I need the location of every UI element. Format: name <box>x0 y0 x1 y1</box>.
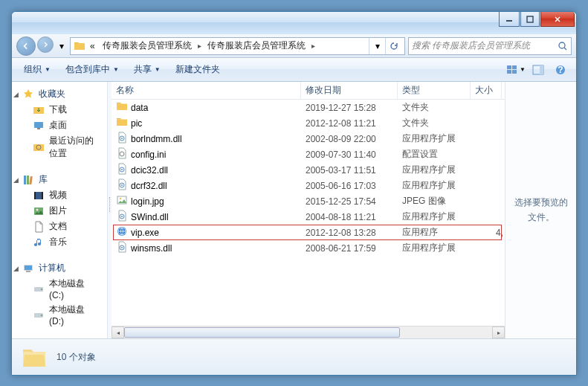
file-name: pic <box>131 118 142 129</box>
file-icon <box>116 163 128 177</box>
nav-favorites[interactable]: ◢收藏夹 <box>12 86 107 102</box>
minimize-button[interactable] <box>499 12 520 27</box>
file-icon <box>116 241 128 255</box>
file-icon <box>116 132 128 146</box>
file-type: 配置设置 <box>401 148 474 161</box>
chevron-right-icon[interactable]: ▸ <box>196 42 203 50</box>
download-icon <box>33 104 45 116</box>
file-icon <box>116 225 128 239</box>
nav-computer[interactable]: ◢计算机 <box>12 260 107 276</box>
col-name[interactable]: 名称 <box>112 82 301 99</box>
nav-pictures[interactable]: 图片 <box>12 203 107 219</box>
svg-rect-19 <box>42 192 43 199</box>
preview-pane: 选择要预览的文件。 <box>505 82 576 338</box>
search-icon <box>558 41 568 51</box>
table-row[interactable]: data2019-12-27 15:28文件夹 <box>112 100 505 115</box>
table-row[interactable]: winsms.dll2008-06-21 17:59应用程序扩展 <box>112 240 505 256</box>
scroll-left-button[interactable]: ◂ <box>112 327 124 338</box>
chevron-right-icon[interactable]: ▸ <box>310 42 317 50</box>
help-button[interactable]: ? <box>551 62 570 78</box>
include-button[interactable]: 包含到库中▼ <box>59 60 125 79</box>
svg-point-42 <box>121 247 123 248</box>
file-name: data <box>131 103 148 113</box>
table-row[interactable]: config.ini2009-07-30 11:40配置设置 <box>112 147 505 162</box>
file-type: 文件夹 <box>401 117 474 129</box>
file-name: login.jpg <box>131 196 164 207</box>
refresh-button[interactable] <box>385 38 401 54</box>
file-date: 2019-12-27 15:28 <box>304 103 401 113</box>
svg-rect-0 <box>506 20 512 22</box>
file-name: winsms.dll <box>131 243 172 254</box>
svg-rect-8 <box>540 65 543 74</box>
svg-point-33 <box>121 169 123 170</box>
folder-icon <box>21 344 48 370</box>
forward-button[interactable] <box>37 36 54 53</box>
nav-desktop[interactable]: 桌面 <box>12 118 107 133</box>
svg-rect-18 <box>34 192 36 199</box>
organize-button[interactable]: 组织▼ <box>18 60 56 79</box>
file-name: vip.exe <box>131 228 159 238</box>
file-icon <box>116 178 128 193</box>
col-date[interactable]: 修改日期 <box>301 82 398 99</box>
newfolder-button[interactable]: 新建文件夹 <box>169 60 226 79</box>
nav-recent[interactable]: 最近访问的位置 <box>12 133 107 161</box>
file-name: config.ini <box>131 149 166 160</box>
view-button[interactable]: ▼ <box>506 62 526 78</box>
file-icon <box>116 116 128 130</box>
file-date: 2004-08-18 11:21 <box>304 212 401 222</box>
horizontal-scrollbar[interactable]: ◂ ▸ <box>112 326 505 338</box>
scroll-thumb[interactable] <box>124 327 400 338</box>
status-bar: 10 个对象 <box>12 339 576 375</box>
svg-rect-16 <box>29 176 33 184</box>
file-type: 应用程序扩展 <box>401 210 474 223</box>
col-size[interactable]: 大小 <box>471 82 502 99</box>
table-row[interactable]: borlndmm.dll2002-08-09 22:00应用程序扩展 <box>112 131 505 147</box>
table-row[interactable]: login.jpg2015-12-25 17:54JPEG 图像 <box>112 193 505 209</box>
maximize-button[interactable] <box>520 12 540 27</box>
file-size: 4, <box>474 228 505 238</box>
scroll-right-button[interactable]: ▸ <box>492 327 505 338</box>
nav-downloads[interactable]: 下载 <box>12 102 107 118</box>
nav-music[interactable]: 音乐 <box>12 234 107 250</box>
nav-drive-c[interactable]: 本地磁盘 (C:) <box>12 276 107 302</box>
file-type: 文件夹 <box>401 101 474 114</box>
search-input[interactable]: 搜索 传奇服装店会员管理系统 <box>408 37 572 55</box>
close-button[interactable] <box>540 12 575 27</box>
preview-pane-button[interactable] <box>529 62 548 78</box>
table-row[interactable]: pic2012-12-08 11:21文件夹 <box>112 115 505 131</box>
breadcrumb-part[interactable]: 传奇服装会员管理系统 <box>100 38 195 54</box>
svg-point-30 <box>121 138 123 139</box>
file-date: 2005-06-16 17:03 <box>304 181 401 191</box>
music-icon <box>33 237 45 248</box>
file-name: dcrf32.dll <box>131 181 167 191</box>
nav-libraries[interactable]: ◢库 <box>12 172 107 187</box>
svg-point-26 <box>41 289 42 290</box>
file-type: 应用程序扩展 <box>401 179 474 192</box>
svg-rect-4 <box>512 65 517 69</box>
table-row[interactable]: dcrf32.dll2005-06-16 17:03应用程序扩展 <box>112 178 505 193</box>
share-button[interactable]: 共享▼ <box>128 60 167 79</box>
breadcrumb-part[interactable]: 传奇服装店会员管理系统 <box>204 38 308 54</box>
file-name: dcic32.dll <box>131 165 168 176</box>
table-row[interactable]: vip.exe2012-12-08 13:28应用程序4, <box>112 225 505 240</box>
nav-drive-d[interactable]: 本地磁盘 (D:) <box>12 302 107 328</box>
table-row[interactable]: dcic32.dll2005-03-17 11:51应用程序扩展 <box>112 162 505 178</box>
col-type[interactable]: 类型 <box>398 82 471 99</box>
back-button[interactable] <box>16 36 36 56</box>
file-icon <box>116 100 128 115</box>
titlebar[interactable] <box>12 12 576 34</box>
document-icon <box>33 221 45 233</box>
file-date: 2015-12-25 17:54 <box>304 196 401 207</box>
nav-history-dropdown[interactable]: ▾ <box>56 38 67 54</box>
breadcrumb[interactable]: « 传奇服装会员管理系统 ▸ 传奇服装店会员管理系统 ▸ ▾ <box>70 37 405 55</box>
nav-videos[interactable]: 视频 <box>12 187 107 203</box>
picture-icon <box>33 205 45 217</box>
star-icon <box>22 89 34 100</box>
svg-rect-23 <box>25 266 32 270</box>
file-type: 应用程序 <box>401 226 474 239</box>
nav-documents[interactable]: 文档 <box>12 219 107 234</box>
path-dropdown-button[interactable]: ▾ <box>369 38 385 54</box>
table-row[interactable]: SWind.dll2004-08-18 11:21应用程序扩展 <box>112 209 505 225</box>
file-icon <box>116 147 128 161</box>
svg-point-21 <box>36 208 39 210</box>
